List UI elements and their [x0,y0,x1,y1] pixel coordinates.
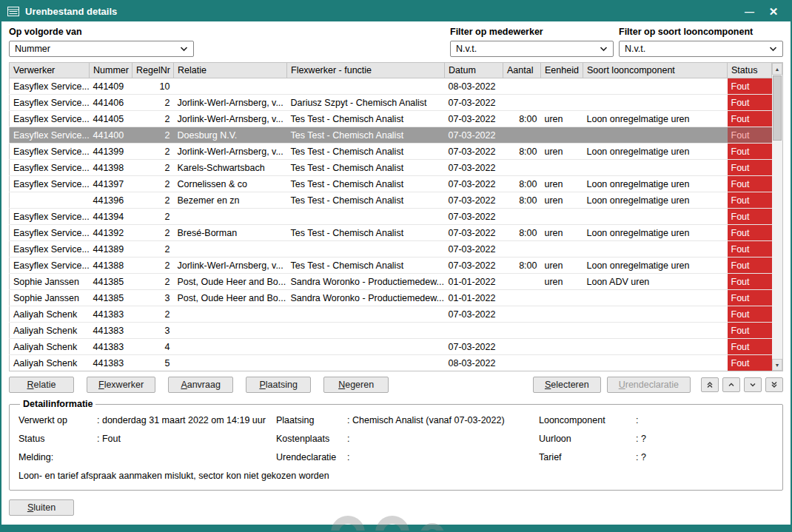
scroll-top-icon[interactable] [701,377,719,392]
plaatsing-label: Plaatsing [276,415,347,426]
column-header[interactable]: Verwerker [10,63,90,78]
error-message: Loon- en tarief afspraak aanmaken misluk… [19,471,773,482]
minimize-button[interactable]: — [739,1,759,21]
column-header[interactable]: Datum [445,63,503,78]
cell-soort [583,78,728,95]
plaatsing-button[interactable]: Plaatsing [246,377,311,393]
cell-relatie: Jorlink-Werl-Arnsberg, v... [174,257,287,274]
table-row[interactable]: Easyflex Service...4414091008-03-2022Fou… [10,78,772,95]
table-row[interactable]: Easyflex Service...4414052Jorlink-Werl-A… [10,111,772,127]
medewerker-filter-select[interactable]: N.v.t. [450,41,614,57]
column-header[interactable]: RegelNr [132,63,174,78]
cell-relatie: Jorlink-Werl-Arnsberg, v... [174,95,287,111]
cell-flexwerker [287,323,445,339]
relatie-button[interactable]: Relatie [9,377,74,393]
table-row[interactable]: Easyflex Service...4413982Karels-Schwart… [10,160,772,176]
cell-regelnr: 2 [132,127,174,144]
cell-regelnr: 10 [132,78,174,95]
cell-regelnr: 2 [132,241,174,257]
flexwerker-button[interactable]: Flexwerker [87,377,155,393]
tarief-label: Tarief [539,452,636,463]
table-row[interactable]: Easyflex Service...4414002Doesburg N.V.T… [10,127,772,144]
arrow-down-icon[interactable]: ▼ [772,359,782,371]
table-row[interactable]: 4413962Bezemer en znTes Test - Chemisch … [10,192,772,209]
cell-regelnr: 2 [132,144,174,160]
looncomponent-filter: Filter op soort looncomponent N.v.t. [619,27,783,57]
sort-order-select[interactable]: Nummer [9,41,194,57]
column-header[interactable]: Eenheid [541,63,583,78]
sort-order-value: Nummer [15,44,180,54]
cell-soort: Loon onregelmatige uren [583,176,728,192]
table-row[interactable]: Sophie Janssen4413852Post, Oude Heer and… [10,274,772,290]
cell-eenheid: uren [541,144,583,160]
cell-datum: 07-03-2022 [445,339,503,355]
cell-verwerker: Aaliyah Schenk [10,323,90,339]
cell-relatie [174,355,287,371]
sluiten-button[interactable]: Sluiten [9,499,74,516]
column-header[interactable]: Soort looncomponent [583,63,728,78]
cell-nummer: 441383 [90,323,132,339]
close-button[interactable]: ✕ [764,1,783,21]
sort-order-filter: Op volgorde van Nummer [9,27,194,57]
cell-datum: 08-03-2022 [445,78,503,95]
cell-aantal: 8:00 [503,176,541,192]
cell-flexwerker [287,209,445,225]
table-row[interactable]: Easyflex Service...441394207-03-2022Fout [10,209,772,225]
status-badge: Fout [728,355,772,371]
column-header[interactable]: Relatie [174,63,287,78]
cell-aantal [503,209,541,225]
column-header[interactable]: Flexwerker - functie [287,63,445,78]
selecteren-button[interactable]: Selecteren [533,377,601,393]
scroll-down-icon[interactable] [744,377,762,392]
uurloon-value: : ? [636,434,773,445]
uren-table: VerwerkerNummerRegelNrRelatieFlexwerker … [9,62,772,371]
window-bottom-border [1,525,791,531]
cell-flexwerker: Tes Test - Chemisch Analist [287,127,445,144]
cell-verwerker: Easyflex Service... [10,209,90,225]
table-row[interactable]: Aaliyah Schenk4413833Fout [10,323,772,339]
cell-relatie: Bezemer en zn [174,192,287,209]
scroll-up-icon[interactable] [722,377,740,392]
column-header[interactable]: Nummer [90,63,132,78]
table-row[interactable]: Easyflex Service...4414062Jorlink-Werl-A… [10,95,772,111]
cell-regelnr: 2 [132,209,174,225]
cell-flexwerker: Tes Test - Chemisch Analist [287,225,445,241]
aanvraag-button[interactable]: Aanvraag [168,377,233,393]
table-row[interactable]: Aaliyah Schenk441383508-03-2022Fout [10,355,772,371]
cell-aantal [503,95,541,111]
table-row[interactable]: Aaliyah Schenk441383207-03-2022Fout [10,306,772,323]
table-row[interactable]: Easyflex Service...441389207-03-2022Fout [10,241,772,257]
urendeclaratie-button[interactable]: Urendeclaratie [607,377,691,393]
status-badge: Fout [728,290,772,306]
cell-eenheid [541,306,583,323]
cell-verwerker: Aaliyah Schenk [10,339,90,355]
cell-aantal [503,241,541,257]
cell-nummer: 441383 [90,306,132,323]
sort-order-label: Op volgorde van [9,27,194,37]
footer-bar: Sluiten [9,499,783,516]
arrow-up-icon[interactable]: ▲ [772,63,782,75]
chevron-down-icon [769,46,777,52]
negeren-button[interactable]: Negeren [323,377,389,393]
column-header[interactable]: Aantal [503,63,541,78]
table-row[interactable]: Easyflex Service...4413972Cornelissen & … [10,176,772,192]
filter-bar: Op volgorde van Nummer Filter op medewer… [9,27,783,57]
table-row[interactable]: Aaliyah Schenk441383407-03-2022Fout [10,339,772,355]
scrollbar-track[interactable] [772,75,782,359]
selection-buttons: SelecterenUrendeclaratie [533,377,783,393]
table-header-row: VerwerkerNummerRegelNrRelatieFlexwerker … [10,63,772,78]
cell-soort: Loon onregelmatige uren [583,257,728,274]
table-row[interactable]: Easyflex Service...4413882Jorlink-Werl-A… [10,257,772,274]
cell-flexwerker: Tes Test - Chemisch Analist [287,111,445,127]
plaatsing-value: : Chemisch Analist (vanaf 07-03-2022) [347,415,539,426]
looncomponent-filter-select[interactable]: N.v.t. [619,41,783,57]
table-row[interactable]: Sophie Janssen4413853Post, Oude Heer and… [10,290,772,306]
column-header[interactable]: Status [728,63,772,78]
table-row[interactable]: Easyflex Service...4413922Bresé-BormanTe… [10,225,772,241]
scroll-bottom-icon[interactable] [765,377,783,392]
vertical-scrollbar[interactable]: ▲ ▼ [772,62,783,371]
scrollbar-thumb[interactable] [773,75,782,141]
table-row[interactable]: Easyflex Service...4413992Jorlink-Werl-A… [10,144,772,160]
cell-nummer: 441385 [90,290,132,306]
chevron-down-icon [180,46,188,52]
